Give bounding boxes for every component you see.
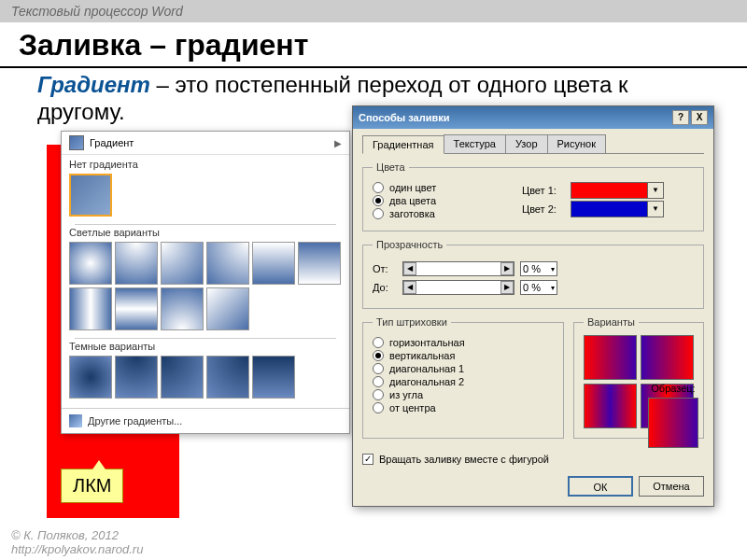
transparency-legend: Прозрачность: [373, 239, 446, 250]
dialog-title-text: Способы заливки: [359, 112, 449, 123]
diag2-label[interactable]: диагональная 2: [389, 376, 464, 387]
scroll-right-icon[interactable]: ▶: [500, 262, 514, 275]
help-button[interactable]: ?: [672, 110, 689, 125]
slide-subtitle: Текстовый процессор Word: [0, 0, 747, 22]
scroll-right-icon[interactable]: ▶: [500, 281, 514, 294]
gallery-title: Градиент: [90, 137, 334, 148]
gradient-swatch[interactable]: [161, 242, 204, 285]
fill-effects-dialog: Способы заливки ? X Градиентная Текстура…: [352, 105, 714, 507]
dialog-titlebar[interactable]: Способы заливки ? X: [353, 106, 713, 129]
lmb-callout: ЛКМ: [61, 469, 123, 503]
gradient-settings-icon: [69, 414, 82, 427]
copyright-line: © К. Поляков, 2012: [11, 529, 143, 542]
cancel-button[interactable]: Отмена: [639, 476, 704, 497]
colors-group: Цвета один цвет два цвета заготовка Цвет…: [362, 161, 704, 231]
color2-picker[interactable]: [571, 201, 664, 217]
sample-preview: [648, 398, 698, 448]
radio-diag2[interactable]: [373, 376, 384, 387]
tab-texture[interactable]: Текстура: [444, 134, 506, 153]
gradient-gallery-popup[interactable]: Градиент ▶ Нет градиента Светлые вариант…: [61, 131, 350, 434]
dialog-tabs: Градиентная Текстура Узор Рисунок: [362, 134, 704, 154]
gradient-swatch[interactable]: [161, 356, 204, 399]
keyword: Градиент: [37, 72, 150, 97]
slide-footer: © К. Поляков, 2012 http://kpolyakov.naro…: [11, 529, 143, 556]
center-label[interactable]: от центра: [389, 402, 436, 413]
tab-picture[interactable]: Рисунок: [547, 134, 607, 153]
gradient-swatch[interactable]: [69, 242, 112, 285]
radio-corner[interactable]: [373, 389, 384, 400]
from-label: От:: [373, 263, 397, 274]
to-label: До:: [373, 282, 397, 293]
horizontal-label[interactable]: горизонтальная: [389, 337, 465, 348]
chevron-right-icon: ▶: [334, 138, 342, 148]
gradient-swatch[interactable]: [161, 287, 204, 330]
from-slider[interactable]: ◀▶: [402, 261, 514, 276]
shading-legend: Тип штриховки: [373, 316, 451, 328]
slide-title: Заливка – градиент: [0, 22, 747, 68]
radio-two-colors[interactable]: [373, 195, 384, 206]
transparency-group: Прозрачность От: ◀▶ 0 % До: ◀▶ 0 %: [362, 239, 704, 309]
gradient-swatch[interactable]: [69, 356, 112, 399]
to-slider[interactable]: ◀▶: [402, 280, 514, 295]
one-color-label[interactable]: один цвет: [389, 182, 436, 193]
tab-gradient[interactable]: Градиентная: [362, 135, 444, 154]
variant-swatch[interactable]: [584, 384, 637, 428]
gallery-header[interactable]: Градиент ▶: [62, 132, 349, 155]
scroll-left-icon[interactable]: ◀: [403, 262, 416, 275]
colors-legend: Цвета: [373, 161, 409, 173]
radio-vertical[interactable]: [373, 350, 384, 361]
more-gradients-label: Другие градиенты...: [88, 415, 182, 427]
variant-swatch[interactable]: [641, 335, 694, 380]
gradient-swatch[interactable]: [206, 287, 249, 330]
light-variants-label: Светлые варианты: [69, 227, 342, 238]
radio-center[interactable]: [373, 402, 384, 413]
color2-label: Цвет 2:: [522, 203, 567, 215]
ok-button[interactable]: ОК: [568, 476, 633, 497]
gradient-swatch[interactable]: [206, 356, 249, 399]
gradient-icon: [69, 135, 84, 150]
radio-diag1[interactable]: [373, 363, 384, 374]
close-button[interactable]: X: [691, 110, 708, 125]
scroll-left-icon[interactable]: ◀: [403, 281, 416, 294]
shading-group: Тип штриховки горизонтальная вертикальна…: [362, 316, 564, 439]
color1-label: Цвет 1:: [522, 185, 567, 196]
more-gradients-button[interactable]: Другие градиенты...: [62, 408, 349, 433]
vertical-label[interactable]: вертикальная: [389, 350, 455, 361]
radio-horizontal[interactable]: [373, 337, 384, 348]
radio-preset[interactable]: [373, 208, 384, 219]
gradient-swatch[interactable]: [206, 242, 249, 285]
preset-label[interactable]: заготовка: [389, 208, 435, 219]
from-percent-input[interactable]: 0 %: [520, 261, 557, 276]
gradient-swatch[interactable]: [298, 242, 341, 285]
url-line: http://kpolyakov.narod.ru: [11, 543, 143, 556]
gradient-swatch[interactable]: [252, 242, 295, 285]
two-colors-label[interactable]: два цвета: [389, 195, 436, 206]
rotate-checkbox[interactable]: ✓: [362, 454, 374, 465]
radio-one-color[interactable]: [373, 182, 384, 193]
no-gradient-label: Нет градиента: [69, 159, 342, 170]
corner-label[interactable]: из угла: [389, 389, 423, 400]
gradient-swatch[interactable]: [252, 356, 295, 399]
rotate-label[interactable]: Вращать заливку вместе с фигурой: [379, 454, 549, 465]
gradient-swatch[interactable]: [115, 356, 158, 399]
sample-label: Образец:: [648, 383, 698, 394]
no-gradient-swatch[interactable]: [69, 174, 112, 217]
color1-picker[interactable]: [571, 182, 664, 199]
gradient-swatch[interactable]: [115, 287, 158, 330]
gradient-swatch[interactable]: [115, 242, 158, 285]
diag1-label[interactable]: диагональная 1: [389, 363, 464, 374]
variant-swatch[interactable]: [584, 335, 637, 380]
dark-variants-label: Темные варианты: [69, 341, 342, 352]
gradient-swatch[interactable]: [69, 287, 112, 330]
variants-legend: Варианты: [584, 316, 639, 328]
sample-panel: Образец:: [648, 383, 698, 448]
tab-pattern[interactable]: Узор: [505, 134, 548, 153]
to-percent-input[interactable]: 0 %: [520, 280, 557, 295]
